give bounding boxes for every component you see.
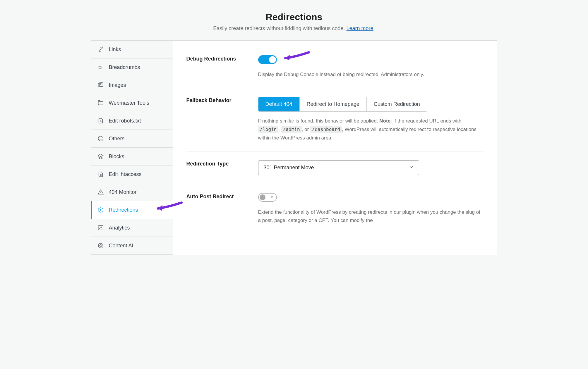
sidebar-item-label: Links xyxy=(109,46,121,53)
setting-redirection-type: Redirection Type xyxy=(186,151,484,184)
images-icon xyxy=(97,82,104,89)
webmaster-icon xyxy=(97,99,104,106)
fallback-desc-pre: If nothing similar is found, this behavi… xyxy=(258,118,380,124)
contentai-icon xyxy=(97,242,104,249)
fallback-seg-group: Default 404 Redirect to Homepage Custom … xyxy=(258,97,427,112)
breadcrumbs-icon xyxy=(97,64,104,71)
fallback-label: Fallback Behavior xyxy=(186,97,258,142)
fallback-code-admin: /admin xyxy=(281,126,302,133)
svg-point-5 xyxy=(98,136,103,141)
sidebar-item-404-monitor[interactable]: 404 Monitor xyxy=(91,183,173,201)
sidebar-item-label: Analytics xyxy=(109,225,130,231)
learn-more-link[interactable]: Learn more xyxy=(347,25,373,31)
others-icon xyxy=(97,135,104,142)
autopost-label: Auto Post Redirect xyxy=(186,193,258,225)
page-subtitle: Easily create redirects without fiddling… xyxy=(97,25,491,32)
page-header: Redirections Easily create redirects wit… xyxy=(91,0,497,41)
autopost-desc: Extend the functionality of WordPress by… xyxy=(258,208,484,225)
redir-type-content xyxy=(258,160,484,175)
debug-desc: Display the Debug Console instead of bei… xyxy=(258,70,484,79)
sidebar-item-links[interactable]: Links xyxy=(91,41,173,58)
svg-point-8 xyxy=(100,244,102,246)
sidebar-item-label: 404 Monitor xyxy=(109,189,137,195)
setting-debug-redirections: Debug Redirections Display the Debug Con… xyxy=(186,52,484,88)
analytics-icon xyxy=(97,224,104,231)
toggle-on-indicator xyxy=(262,58,262,61)
sidebar-item-label: Images xyxy=(109,82,126,88)
sidebar-item-label: Webmaster Tools xyxy=(109,100,149,106)
toggle-off-indicator xyxy=(271,196,273,198)
settings-panel: Debug Redirections Display the Debug Con… xyxy=(173,41,497,255)
robots-icon xyxy=(97,117,104,124)
sidebar-item-label: Breadcrumbs xyxy=(109,64,140,70)
annotation-arrow-toggle xyxy=(281,49,310,64)
debug-toggle[interactable] xyxy=(258,55,277,64)
autopost-toggle[interactable] xyxy=(258,193,277,202)
subtitle-suffix: . xyxy=(373,25,375,31)
fallback-note-label: Note xyxy=(379,118,390,124)
svg-point-2 xyxy=(100,84,101,85)
toggle-off-knob xyxy=(260,194,265,200)
sidebar-item-content-ai[interactable]: Content AI xyxy=(91,237,173,255)
page-container: Redirections Easily create redirects wit… xyxy=(91,0,497,255)
fallback-desc-mid: : If the requested URL ends with xyxy=(390,118,461,124)
setting-auto-post-redirect: Auto Post Redirect Extend the functional… xyxy=(186,184,484,234)
redir-type-label: Redirection Type xyxy=(186,160,258,175)
fallback-sep1: , xyxy=(278,127,281,132)
sidebar-item-htaccess[interactable]: Edit .htaccess xyxy=(91,165,173,183)
setting-fallback-behavior: Fallback Behavior Default 404 Redirect t… xyxy=(186,88,484,151)
fallback-opt-custom[interactable]: Custom Redirection xyxy=(367,97,427,111)
sidebar-item-robots[interactable]: Edit robots.txt xyxy=(91,112,173,130)
sidebar-item-blocks[interactable]: Blocks xyxy=(91,148,173,165)
blocks-icon xyxy=(97,153,104,160)
fallback-code-login: /login xyxy=(258,126,279,133)
sidebar-item-breadcrumbs[interactable]: Breadcrumbs xyxy=(91,58,173,76)
svg-point-7 xyxy=(98,243,103,248)
fallback-opt-default-404[interactable]: Default 404 xyxy=(258,97,300,111)
sidebar-item-label: Edit .htaccess xyxy=(109,171,142,177)
sidebar-item-analytics[interactable]: Analytics xyxy=(91,219,173,237)
sidebar-item-label: Blocks xyxy=(109,154,124,160)
redir-type-select[interactable] xyxy=(258,160,419,175)
svg-point-4 xyxy=(100,121,101,122)
links-icon xyxy=(97,46,104,53)
debug-content: Display the Debug Console instead of bei… xyxy=(258,55,484,79)
sidebar-item-images[interactable]: Images xyxy=(91,76,173,94)
fallback-desc: If nothing similar is found, this behavi… xyxy=(258,117,484,142)
sidebar-item-label: Redirections xyxy=(109,207,138,213)
sidebar-item-label: Content AI xyxy=(109,243,133,249)
sidebar: Links Breadcrumbs Images Webmaster Tools xyxy=(91,41,173,255)
toggle-knob xyxy=(269,56,276,63)
sidebar-item-label: Edit robots.txt xyxy=(109,118,141,124)
fallback-content: Default 404 Redirect to Homepage Custom … xyxy=(258,97,484,142)
fallback-sep2: , or xyxy=(302,127,310,132)
page-title: Redirections xyxy=(97,12,491,23)
monitor-icon xyxy=(97,189,104,196)
sidebar-item-redirections[interactable]: Redirections xyxy=(91,201,173,219)
debug-label: Debug Redirections xyxy=(186,55,258,79)
redirections-icon xyxy=(97,206,104,213)
sidebar-item-webmaster-tools[interactable]: Webmaster Tools xyxy=(91,94,173,112)
subtitle-text: Easily create redirects without fiddling… xyxy=(213,25,346,31)
page-body: Links Breadcrumbs Images Webmaster Tools xyxy=(91,41,497,255)
sidebar-item-label: Others xyxy=(109,136,125,142)
fallback-opt-homepage[interactable]: Redirect to Homepage xyxy=(300,97,367,111)
redir-type-select-wrap xyxy=(258,160,419,175)
sidebar-item-others[interactable]: Others xyxy=(91,130,173,148)
autopost-content: Extend the functionality of WordPress by… xyxy=(258,193,484,225)
fallback-code-dashboard: /dashboard xyxy=(310,126,342,133)
htaccess-icon xyxy=(97,171,104,178)
svg-rect-3 xyxy=(98,101,103,105)
